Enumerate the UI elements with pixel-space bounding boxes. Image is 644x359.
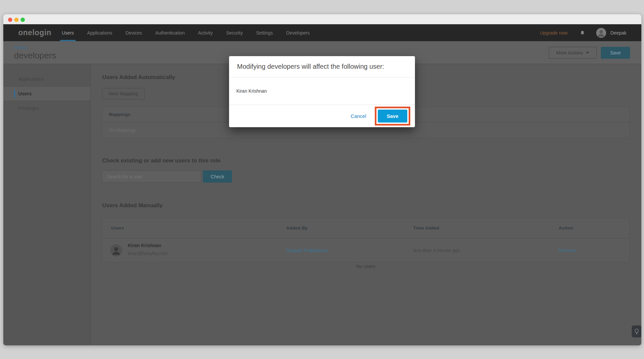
- mappings-column-header: Mappings: [109, 112, 130, 117]
- chevron-down-icon: [586, 52, 589, 54]
- sidebar-item-privileges[interactable]: Privileges: [3, 101, 90, 116]
- column-header-action: Action: [559, 225, 573, 230]
- top-navbar: onelogin Users Applications Devices Auth…: [3, 24, 641, 41]
- manual-users-table: Users Added By Time Added Action Kiran K…: [102, 218, 630, 262]
- check-button[interactable]: Check: [203, 170, 232, 183]
- no-users-text: No users: [102, 264, 630, 269]
- more-actions-label: More Actions: [556, 50, 583, 55]
- modal-cancel-button[interactable]: Cancel: [351, 113, 366, 119]
- user-row-avatar: [110, 244, 122, 256]
- check-users-heading: Check existing or add new users to this …: [102, 157, 220, 164]
- new-mapping-button[interactable]: New Mapping: [102, 88, 145, 99]
- remove-link[interactable]: Remove: [559, 248, 576, 253]
- nav-item-settings[interactable]: Settings: [256, 24, 273, 41]
- user-email: kiran@boxyhq.com: [128, 251, 168, 256]
- onelogin-logo[interactable]: onelogin: [18, 28, 51, 37]
- breadcrumb-roles-link[interactable]: Roles /: [14, 45, 29, 50]
- modal-footer: Cancel Save: [229, 105, 415, 127]
- save-highlight-annotation: Save: [375, 107, 410, 126]
- nav-item-authentication[interactable]: Authentication: [155, 24, 185, 41]
- role-sidebar: Applications Users Privileges: [3, 64, 91, 345]
- nav-item-developers[interactable]: Developers: [286, 24, 310, 41]
- person-icon: [110, 244, 122, 256]
- notifications-bell-icon[interactable]: [580, 30, 585, 36]
- time-added-value: less than a minute ago: [413, 248, 460, 253]
- added-by-link[interactable]: Deepak Prabhakara: [286, 248, 328, 253]
- column-header-added-by: Added By: [286, 225, 308, 230]
- user-avatar[interactable]: [596, 28, 606, 38]
- person-icon: [596, 28, 606, 38]
- more-actions-button[interactable]: More Actions: [549, 47, 597, 59]
- close-window-button[interactable]: [8, 18, 12, 22]
- column-header-users: Users: [111, 225, 124, 230]
- user-name-label[interactable]: Deepak: [610, 30, 626, 36]
- help-lightbulb-button[interactable]: [632, 325, 641, 337]
- minimize-window-button[interactable]: [14, 18, 19, 22]
- upgrade-now-link[interactable]: Upgrade now: [540, 30, 567, 36]
- header-actions: More Actions Save: [549, 47, 630, 59]
- window-titlebar: [3, 14, 641, 24]
- modal-title-row: Modifying developers will affect the fol…: [229, 56, 415, 77]
- nav-item-applications[interactable]: Applications: [87, 24, 113, 41]
- header-save-button[interactable]: Save: [601, 47, 630, 59]
- lightbulb-icon: [634, 328, 639, 334]
- nav-item-activity[interactable]: Activity: [198, 24, 213, 41]
- sidebar-item-users[interactable]: Users: [3, 86, 90, 101]
- nav-item-security[interactable]: Security: [226, 24, 243, 41]
- modal-affected-user: Kiran Krishnan: [229, 77, 415, 105]
- user-name: Kiran Krishnan: [128, 243, 161, 248]
- zoom-window-button[interactable]: [21, 18, 25, 22]
- page-title: developers: [14, 50, 56, 61]
- users-added-manually-heading: Users Added Manually: [102, 202, 163, 209]
- primary-nav: Users Applications Devices Authenticatio…: [62, 24, 310, 41]
- users-added-automatically-heading: Users Added Automatically: [102, 74, 175, 81]
- manual-users-table-header: Users Added By Time Added Action: [102, 218, 629, 238]
- modal-save-button[interactable]: Save: [378, 110, 407, 123]
- nav-right-cluster: Upgrade now Deepak: [540, 24, 641, 41]
- desktop-background: onelogin Users Applications Devices Auth…: [0, 0, 644, 359]
- nav-item-users[interactable]: Users: [62, 24, 74, 41]
- column-header-time-added: Time Added: [413, 225, 440, 230]
- modal-title: Modifying developers will affect the fol…: [237, 63, 384, 70]
- search-user-input[interactable]: [102, 170, 201, 183]
- sidebar-item-applications[interactable]: Applications: [3, 72, 90, 86]
- confirm-modal: Modifying developers will affect the fol…: [229, 56, 415, 127]
- table-row: Kiran Krishnan kiran@boxyhq.com Deepak P…: [102, 238, 629, 262]
- nav-item-devices[interactable]: Devices: [125, 24, 142, 41]
